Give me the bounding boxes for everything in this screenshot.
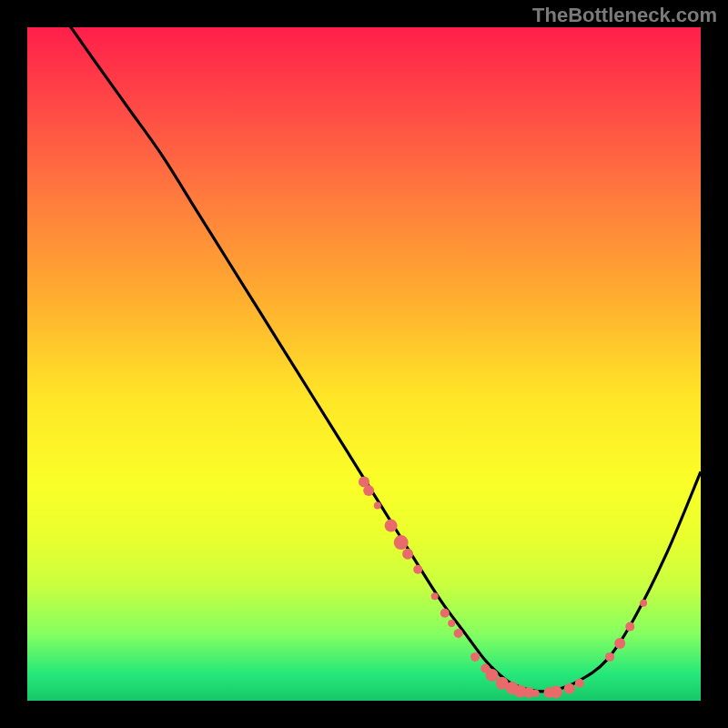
data-marker bbox=[614, 638, 625, 649]
data-marker bbox=[564, 683, 575, 694]
data-marker bbox=[431, 592, 439, 600]
data-marker bbox=[385, 520, 398, 532]
chart-svg bbox=[27, 27, 701, 701]
data-marker bbox=[625, 622, 634, 632]
data-marker bbox=[486, 669, 499, 682]
data-marker bbox=[363, 485, 374, 496]
data-marker bbox=[394, 535, 409, 550]
data-marker bbox=[605, 652, 614, 662]
chart-container: TheBottleneck.com bbox=[0, 0, 728, 728]
data-marker bbox=[440, 609, 450, 618]
data-marker bbox=[402, 549, 413, 560]
data-marker bbox=[550, 685, 562, 698]
watermark-text: TheBottleneck.com bbox=[532, 4, 717, 27]
data-marker bbox=[413, 565, 422, 574]
plot-area bbox=[27, 27, 701, 701]
data-marker bbox=[454, 629, 463, 638]
data-marker bbox=[532, 690, 540, 697]
data-marker bbox=[470, 652, 480, 662]
data-marker bbox=[374, 501, 381, 509]
bottleneck-curve bbox=[27, 0, 701, 692]
data-marker bbox=[575, 679, 584, 688]
data-marker bbox=[640, 600, 647, 607]
data-marker bbox=[448, 620, 455, 627]
